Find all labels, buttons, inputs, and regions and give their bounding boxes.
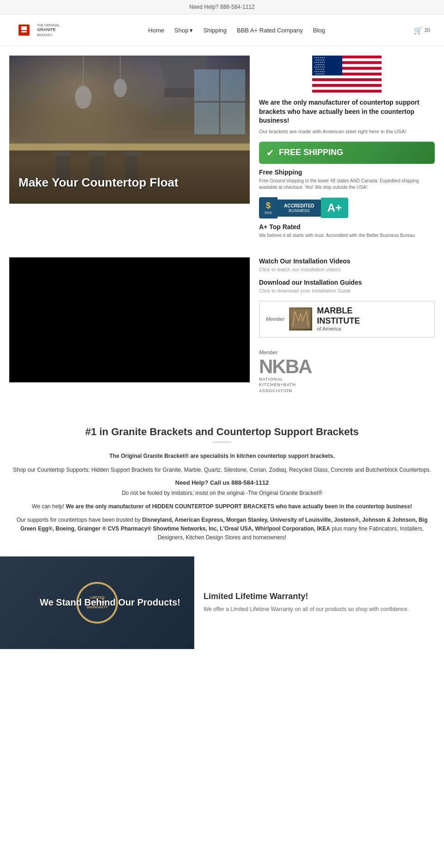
bbb-aplus: A+ — [321, 198, 348, 218]
bbb-accredited: ACCREDITED — [284, 203, 314, 208]
free-shipping-desc: Free Ground shipping to the lower 48 sta… — [259, 178, 435, 191]
help-phone: Need Help? 888-584-1112 — [189, 4, 254, 10]
aplus-desc: We believe it all starts with trust. Acc… — [259, 232, 435, 239]
warranty-desc: We offer a Limited Lifetime Warranty on … — [204, 605, 435, 614]
cart-icon: 🛒 — [413, 26, 423, 35]
middle-para-highlight: We can help! We are the only manufacture… — [9, 502, 435, 511]
nkba-full-name: NATIONAL KITCHEN+BATH ASSOCIATION — [259, 376, 435, 394]
warranty-overlay-text: We Stand Behind Our Products! — [40, 597, 180, 608]
nav: Home Shop ▾ Shipping BBB A+ Rated Compan… — [148, 27, 325, 34]
marble-institute-text: MARBLE INSTITUTE of America — [317, 306, 360, 332]
install-videos-sub[interactable]: Click to watch our installation videos — [259, 267, 435, 272]
svg-text:★★★★★★: ★★★★★★ — [314, 56, 325, 59]
warranty-title: Limited Lifetime Warranty! — [204, 592, 435, 601]
nkba-letters: NKBA — [259, 357, 435, 376]
nav-bbb[interactable]: BBB A+ Rated Company — [237, 27, 303, 34]
middle-para1: The Original Granite Bracket® are specia… — [9, 452, 435, 461]
header: THE ORIGINAL GRANITE BRACKET. Home Shop … — [0, 14, 444, 46]
warranty-section: Limited Lifetime WARRANTY We Stand Behin… — [0, 556, 444, 658]
checkmark-icon: ✔ — [266, 147, 274, 158]
hero-image-container: Make Your Countertop Float — [9, 56, 250, 239]
svg-rect-1 — [21, 26, 27, 30]
marble-member-label: Member — [266, 316, 284, 322]
nkba-member-label: Member — [259, 350, 435, 355]
hero-overlay-text: Make Your Countertop Float — [18, 175, 179, 190]
svg-text:★★★★★: ★★★★★ — [315, 63, 325, 66]
video-placeholder[interactable] — [9, 257, 250, 382]
video-container[interactable] — [9, 257, 250, 403]
svg-text:★★★★★: ★★★★★ — [315, 68, 325, 70]
svg-rect-14 — [123, 152, 141, 156]
free-shipping-label: FREE SHIPPING — [279, 148, 343, 157]
install-guides-title: Download our Installation Guides — [259, 279, 435, 286]
hero-image: Make Your Countertop Float — [9, 56, 250, 204]
middle-content: #1 in Granite Brackets and Countertop Su… — [0, 412, 444, 556]
marble-badge: Member MARBLE INSTITUTE of America — [259, 301, 435, 337]
middle-title: #1 in Granite Brackets and Countertop Su… — [9, 426, 435, 438]
svg-rect-28 — [312, 78, 382, 81]
svg-rect-27 — [312, 75, 382, 78]
video-right: Watch Our Installation Videos Click to w… — [250, 257, 435, 403]
middle-para2: Shop our Countertop Supports; Hidden Sup… — [9, 466, 435, 475]
svg-rect-12 — [88, 152, 106, 156]
svg-rect-29 — [312, 81, 382, 84]
install-guides-sub[interactable]: Click to download your Installation Guid… — [259, 288, 435, 293]
free-shipping-title: Free Shipping — [259, 169, 435, 176]
middle-divider — [213, 442, 231, 443]
svg-text:★★★★★: ★★★★★ — [315, 59, 325, 61]
hero-section: Make Your Countertop Float — [0, 46, 444, 248]
bbb-center: ACCREDITED BUSINESS — [278, 200, 321, 217]
middle-para3: Do not be fooled by imitators; insist on… — [9, 489, 435, 498]
svg-rect-10 — [53, 152, 72, 156]
usa-flag-svg: ★★★★★★ ★★★★★ ★★★★★★ ★★★★★ ★★★★★★ ★★★★★ ★… — [259, 56, 435, 93]
nkba-badge: Member NKBA NATIONAL KITCHEN+BATH ASSOCI… — [259, 345, 435, 399]
logo-icon — [14, 20, 34, 40]
svg-text:★★★★★★: ★★★★★★ — [314, 70, 325, 73]
warranty-image: Limited Lifetime WARRANTY We Stand Behin… — [0, 556, 194, 649]
warranty-right: Limited Lifetime Warranty! We offer a Li… — [194, 592, 444, 614]
middle-trusted: Our supports for countertops have been t… — [9, 516, 435, 543]
aplus-title: A+ Top Rated — [259, 223, 435, 231]
top-bar: Need Help? 888-584-1112 — [0, 0, 444, 14]
svg-text:★★★★★: ★★★★★ — [315, 73, 325, 75]
install-videos-title: Watch Our Installation Videos — [259, 257, 435, 265]
svg-rect-31 — [312, 87, 382, 90]
bbb-label: BBB — [265, 211, 272, 215]
bbb-badge[interactable]: $ BBB ACCREDITED BUSINESS A+ — [259, 197, 435, 219]
bbb-business: BUSINESS — [284, 208, 314, 213]
manufacturer-sub: Our brackets are made with American stee… — [259, 128, 435, 135]
chevron-down-icon: ▾ — [190, 27, 193, 34]
free-shipping-badge[interactable]: ✔ FREE SHIPPING — [259, 142, 435, 164]
svg-text:★★★★★★: ★★★★★★ — [314, 66, 325, 68]
nkba-logo: NKBA NATIONAL KITCHEN+BATH ASSOCIATION — [259, 357, 435, 394]
logo-text: THE ORIGINAL GRANITE BRACKET. — [37, 23, 60, 37]
bbb-left: $ BBB — [259, 197, 278, 219]
svg-rect-30 — [312, 84, 382, 87]
hero-right: ★★★★★★ ★★★★★ ★★★★★★ ★★★★★ ★★★★★★ ★★★★★ ★… — [250, 56, 435, 239]
cart-area[interactable]: 🛒 20 — [413, 26, 430, 35]
svg-rect-4 — [9, 144, 250, 150]
logo[interactable]: THE ORIGINAL GRANITE BRACKET. — [14, 20, 60, 40]
flag-container: ★★★★★★ ★★★★★ ★★★★★★ ★★★★★ ★★★★★★ ★★★★★ ★… — [259, 56, 435, 93]
nav-home[interactable]: Home — [148, 27, 164, 34]
svg-text:★★★★★★: ★★★★★★ — [314, 61, 325, 63]
middle-help-call: Need Help? Call us 888-584-1112 — [9, 479, 435, 486]
svg-point-8 — [114, 79, 127, 97]
nav-blog[interactable]: Blog — [313, 27, 325, 34]
manufacturer-title: We are the only manufacturer of countert… — [259, 98, 435, 125]
free-shipping-badge-text: FREE SHIPPING — [279, 148, 343, 157]
cart-count: 20 — [425, 27, 430, 33]
nav-shipping[interactable]: Shipping — [203, 27, 227, 34]
svg-rect-2 — [21, 31, 27, 32]
nav-shop[interactable]: Shop ▾ — [174, 27, 193, 34]
svg-point-6 — [75, 86, 92, 109]
marble-logo-icon — [289, 307, 312, 331]
bbb-dollar-icon: $ — [266, 201, 271, 211]
second-section: Watch Our Installation Videos Click to w… — [0, 248, 444, 412]
